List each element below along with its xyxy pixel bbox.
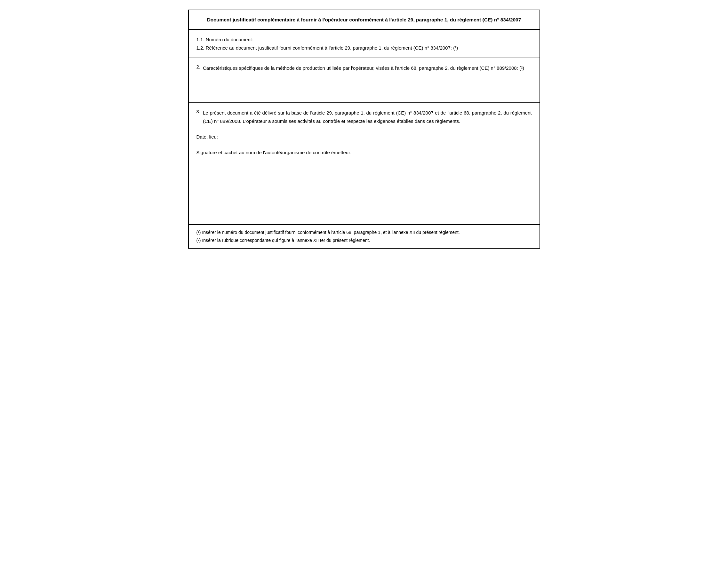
section-3-text: Le présent document a été délivré sur la…	[203, 109, 531, 125]
footnote-1: (¹) Insérer le numéro du document justif…	[197, 229, 532, 236]
section-2-text: Caractéristiques spécifiques de la métho…	[203, 64, 524, 72]
section-3: 3. Le présent document a été délivré sur…	[189, 103, 540, 224]
section-1: 1.1. Numéro du document: 1.2. Référence …	[189, 30, 540, 58]
section-2-number: 2.	[197, 64, 201, 72]
section-2: 2. Caractéristiques spécifiques de la mé…	[189, 58, 540, 103]
footnotes-section: (¹) Insérer le numéro du document justif…	[189, 224, 540, 248]
title-section: Document justificatif complémentaire à f…	[189, 10, 540, 30]
section-3-number: 3.	[197, 109, 201, 125]
main-document: Document justificatif complémentaire à f…	[188, 9, 540, 248]
date-lieu: Date, lieu:	[197, 134, 532, 139]
section-1-line1: 1.1. Numéro du document:	[197, 35, 532, 44]
section-3-body: 3. Le présent document a été délivré sur…	[197, 109, 532, 125]
section-1-line2: 1.2. Référence au document justificatif …	[197, 44, 532, 52]
document-title: Document justificatif complémentaire à f…	[197, 16, 532, 23]
footnote-2: (²) Insérer la rubrique correspondante q…	[197, 236, 532, 244]
section-2-body: 2. Caractéristiques spécifiques de la mé…	[197, 64, 532, 72]
signature: Signature et cachet au nom de l'autorité…	[197, 150, 532, 155]
